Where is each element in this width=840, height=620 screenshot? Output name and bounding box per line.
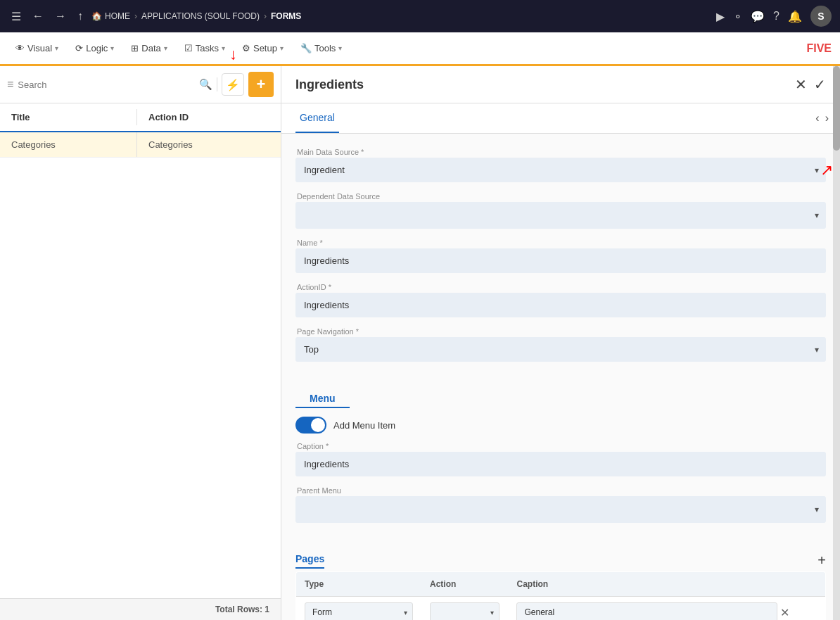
type-select-wrapper: Form ▾ bbox=[305, 602, 413, 620]
current-page: FORMS bbox=[271, 11, 301, 21]
chat-icon[interactable]: 💬 bbox=[751, 10, 765, 23]
add-button[interactable]: + bbox=[248, 72, 274, 97]
lightning-button[interactable]: ⚡ ↑ bbox=[222, 73, 244, 96]
avatar[interactable]: S bbox=[810, 6, 832, 27]
pages-col-action: Action bbox=[421, 572, 508, 597]
name-value[interactable]: Ingredients bbox=[295, 248, 826, 273]
caption-value[interactable]: Ingredients bbox=[295, 452, 826, 476]
dependent-data-source-field: Dependent Data Source ▾ bbox=[295, 192, 826, 229]
pages-type-cell: Form ▾ bbox=[296, 597, 421, 621]
help-icon[interactable]: ? bbox=[773, 10, 779, 23]
general-section: Main Data Source * Ingredient ▾ ↗ Depend… bbox=[281, 134, 840, 379]
logic-icon: ⟳ bbox=[75, 43, 83, 53]
scrollbar-track bbox=[833, 66, 840, 620]
name-label: Name * bbox=[295, 239, 826, 247]
parent-menu-value[interactable] bbox=[295, 496, 826, 523]
tab-bar: General ‹ › bbox=[281, 103, 840, 134]
data-dropdown-arrow: ▾ bbox=[164, 44, 167, 52]
row-title: Categories bbox=[0, 132, 137, 157]
right-panel: Ingredients ✕ ✓ General ‹ › M bbox=[281, 66, 840, 620]
tab-prev-arrow[interactable]: ‹ bbox=[815, 112, 819, 125]
caption-label: Caption * bbox=[295, 442, 826, 450]
dependent-data-source-label: Dependent Data Source bbox=[295, 192, 826, 201]
main-layout: ≡ 🔍 ⚡ ↑ + Title Action ID Categories Cat… bbox=[0, 66, 840, 620]
pages-caption-cell: ✕ bbox=[508, 597, 797, 621]
menu-fields: Caption * Ingredients Parent Menu ▾ bbox=[281, 442, 840, 540]
pages-section: Pages + Type Action Caption bbox=[281, 540, 840, 620]
logic-dropdown-arrow: ▾ bbox=[110, 44, 114, 52]
play-icon[interactable]: ▶ bbox=[716, 10, 725, 23]
pages-col-remove bbox=[798, 572, 826, 597]
tasks-dropdown-arrow: ▾ bbox=[222, 44, 225, 52]
forward-icon[interactable]: → bbox=[52, 7, 69, 25]
actionid-value[interactable]: Ingredients bbox=[295, 293, 826, 317]
toolbar-visual[interactable]: 👁 Visual ▾ bbox=[8, 39, 65, 58]
toolbar-logic[interactable]: ⟳ Logic ▾ bbox=[68, 39, 121, 58]
tasks-icon: ☑ bbox=[184, 43, 193, 53]
data-icon: ⊞ bbox=[131, 43, 139, 53]
toggle-knob bbox=[311, 418, 325, 432]
search-divider bbox=[217, 77, 217, 91]
dependent-data-source-wrapper: ▾ bbox=[295, 202, 826, 229]
col-title-header: Title bbox=[0, 109, 137, 125]
header-actions: ✕ ✓ bbox=[795, 76, 826, 93]
toolbar-tasks[interactable]: ☑ Tasks ▾ bbox=[177, 39, 232, 58]
setup-dropdown-arrow: ▾ bbox=[280, 44, 284, 52]
hamburger-icon[interactable]: ☰ bbox=[8, 7, 24, 26]
table-row[interactable]: Categories Categories bbox=[0, 132, 281, 158]
toolbar-tools[interactable]: 🔧 Tools ▾ bbox=[293, 39, 349, 58]
table-header: Title Action ID bbox=[0, 103, 281, 132]
tab-next-arrow[interactable]: › bbox=[825, 112, 829, 125]
add-menu-label: Add Menu Item bbox=[333, 420, 395, 431]
toolbar-setup[interactable]: ⚙ Setup ▾ bbox=[235, 39, 291, 58]
main-data-source-field: Main Data Source * Ingredient ▾ ↗ bbox=[295, 148, 826, 182]
filter-icon[interactable]: ≡ bbox=[7, 78, 13, 91]
pages-table-header: Pages + bbox=[295, 547, 826, 571]
menu-section: Menu Add Menu Item Caption * Ingredients bbox=[281, 379, 840, 540]
type-select[interactable]: Form bbox=[305, 602, 413, 620]
tab-nav-arrows: ‹ › bbox=[815, 112, 829, 125]
add-row-button[interactable]: + bbox=[817, 552, 826, 569]
add-menu-toggle-row: Add Menu Item bbox=[295, 417, 826, 434]
pages-col-type: Type bbox=[296, 572, 421, 597]
form-header: Ingredients ✕ ✓ bbox=[281, 66, 840, 103]
action-select[interactable] bbox=[430, 602, 499, 620]
search-nav-icon[interactable]: ⚬ bbox=[733, 10, 742, 23]
setup-icon: ⚙ bbox=[242, 43, 250, 53]
pages-row: Form ▾ ▾ bbox=[296, 597, 826, 621]
search-icon[interactable]: 🔍 bbox=[199, 78, 212, 91]
tab-general[interactable]: General bbox=[295, 103, 339, 133]
page-navigation-value[interactable]: Top bbox=[295, 337, 826, 362]
confirm-button[interactable]: ✓ bbox=[814, 76, 826, 93]
caption-input[interactable] bbox=[516, 602, 777, 620]
left-panel: ≡ 🔍 ⚡ ↑ + Title Action ID Categories Cat… bbox=[0, 66, 281, 620]
scrollbar-thumb[interactable] bbox=[833, 66, 840, 151]
form-body: General ‹ › Main Data Source * Ingredien… bbox=[281, 103, 840, 620]
breadcrumb-sep1: › bbox=[134, 11, 137, 21]
page-navigation-label: Page Navigation * bbox=[295, 327, 826, 336]
app-link[interactable]: APPLICATIONS (SOUL FOOD) bbox=[141, 11, 260, 21]
menu-section-title: Menu bbox=[295, 386, 350, 408]
action-select-wrapper: ▾ bbox=[430, 602, 499, 620]
name-field: Name * Ingredients bbox=[295, 239, 826, 273]
visual-dropdown-arrow: ▾ bbox=[55, 44, 58, 52]
search-bar: ≡ 🔍 ⚡ ↑ + bbox=[0, 66, 281, 103]
add-menu-toggle[interactable] bbox=[295, 417, 326, 434]
search-input[interactable] bbox=[18, 80, 195, 90]
top-nav: ☰ ← → ↑ 🏠 HOME › APPLICATIONS (SOUL FOOD… bbox=[0, 0, 840, 32]
up-icon[interactable]: ↑ bbox=[75, 7, 86, 25]
pages-col-caption: Caption bbox=[508, 572, 797, 597]
toolbar: 👁 Visual ▾ ⟳ Logic ▾ ⊞ Data ▾ ☑ Tasks ▾ … bbox=[0, 32, 840, 66]
caption-field: Caption * Ingredients bbox=[295, 442, 826, 476]
pages-section-title: Pages bbox=[295, 553, 324, 569]
toolbar-data[interactable]: ⊞ Data ▾ bbox=[124, 39, 174, 58]
page-navigation-wrapper: Top ▾ bbox=[295, 337, 826, 362]
nav-actions: ▶ ⚬ 💬 ? 🔔 S bbox=[716, 6, 832, 27]
home-link[interactable]: 🏠 HOME bbox=[91, 11, 130, 21]
remove-row-button[interactable]: ✕ bbox=[780, 606, 789, 619]
table-body: Categories Categories bbox=[0, 132, 281, 158]
close-button[interactable]: ✕ bbox=[795, 76, 807, 93]
breadcrumb-sep2: › bbox=[264, 11, 267, 21]
bell-icon[interactable]: 🔔 bbox=[788, 10, 802, 23]
back-icon[interactable]: ← bbox=[30, 7, 46, 25]
